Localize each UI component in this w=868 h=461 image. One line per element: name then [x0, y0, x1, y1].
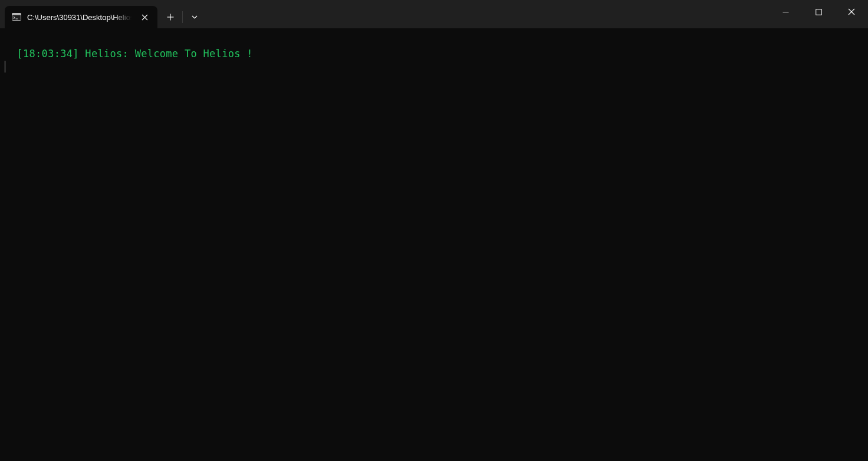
tab-dropdown-button[interactable]	[184, 6, 205, 28]
minimize-button[interactable]	[769, 0, 802, 24]
tab-active[interactable]: C:\Users\30931\Desktop\Helios	[5, 6, 157, 28]
maximize-button[interactable]	[802, 0, 835, 24]
close-window-button[interactable]	[835, 0, 868, 24]
svg-rect-1	[12, 14, 21, 15]
chevron-down-icon	[191, 14, 198, 21]
close-icon	[848, 8, 855, 15]
terminal-line: [18:03:34] Helios: Welcome To Helios !	[17, 48, 252, 60]
titlebar: C:\Users\30931\Desktop\Helios	[0, 0, 868, 28]
tab-title: C:\Users\30931\Desktop\Helios	[27, 13, 134, 22]
new-tab-button[interactable]	[160, 6, 181, 28]
terminal-cursor	[5, 61, 5, 73]
terminal-viewport[interactable]: [18:03:34] Helios: Welcome To Helios !	[0, 28, 868, 461]
svg-rect-8	[816, 9, 821, 15]
plus-icon	[167, 14, 174, 21]
tab-strip: C:\Users\30931\Desktop\Helios	[0, 0, 157, 28]
terminal-app-icon	[12, 12, 21, 22]
minimize-icon	[782, 9, 789, 15]
window-controls	[769, 0, 868, 28]
tab-actions	[157, 0, 205, 28]
maximize-icon	[816, 9, 822, 15]
tab-close-button[interactable]	[137, 10, 152, 24]
close-icon	[142, 14, 148, 21]
separator	[182, 11, 183, 23]
